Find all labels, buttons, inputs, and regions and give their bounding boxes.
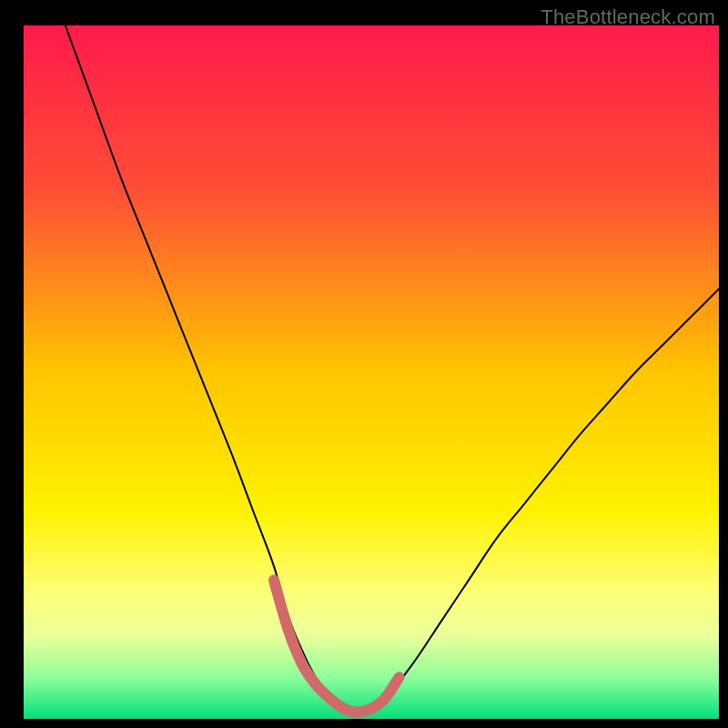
chart-frame: TheBottleneck.com [0,0,728,728]
plot-background [24,25,719,719]
bottleneck-chart [0,0,728,728]
watermark-text: TheBottleneck.com [541,5,715,29]
